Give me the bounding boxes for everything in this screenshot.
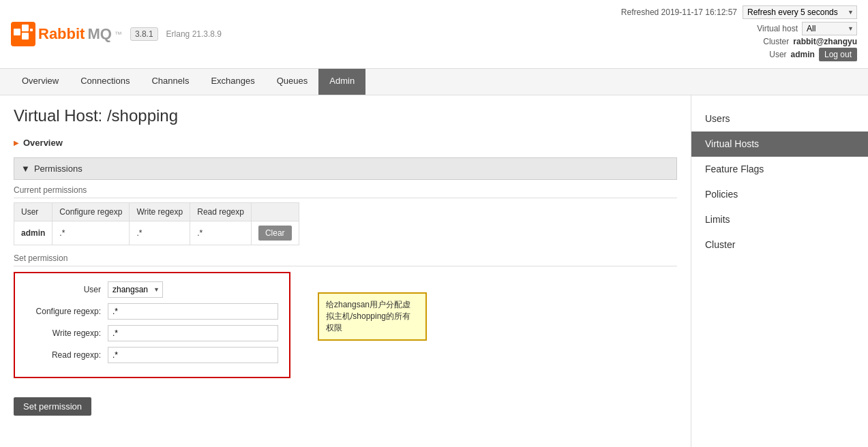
- logo-area: RabbitMQ™ 3.8.1 Erlang 21.3.8.9: [11, 22, 222, 46]
- col-configure: Configure regexp: [53, 203, 130, 221]
- logo-rabbit-text: Rabbit: [38, 25, 85, 43]
- logo: RabbitMQ™: [11, 22, 122, 46]
- form-write-label: Write regexp:: [26, 328, 108, 338]
- permissions-title: Permissions: [34, 164, 83, 174]
- nav: Overview Connections Channels Exchanges …: [0, 69, 868, 95]
- rabbitmq-logo-icon: [11, 22, 35, 46]
- cluster-label: Cluster: [763, 37, 789, 46]
- cell-write: .*: [130, 221, 190, 245]
- main: Virtual Host: /shopping ▶ Overview ▼ Per…: [0, 95, 868, 447]
- svg-rect-3: [22, 33, 29, 40]
- clear-button[interactable]: Clear: [258, 226, 292, 241]
- write-regexp-input[interactable]: [108, 325, 278, 341]
- page-title: Virtual Host: /shopping: [14, 106, 677, 125]
- logo-mq-text: MQ: [87, 25, 111, 43]
- tooltip-box: 给zhangsan用户分配虚拟主机/shopping的所有权限: [318, 292, 427, 341]
- sidebar-item-policies[interactable]: Policies: [691, 182, 868, 207]
- permissions-arrow-icon: ▼: [21, 164, 30, 174]
- sidebar-item-virtual-hosts[interactable]: Virtual Hosts: [691, 132, 868, 157]
- svg-rect-2: [22, 25, 29, 31]
- form-user-select-wrapper[interactable]: zhangsan admin: [108, 281, 163, 298]
- erlang-version: Erlang 21.3.8.9: [166, 29, 222, 39]
- content: Virtual Host: /shopping ▶ Overview ▼ Per…: [0, 95, 691, 447]
- logout-button[interactable]: Log out: [819, 48, 857, 61]
- svg-rect-4: [30, 29, 33, 31]
- cell-configure: .*: [53, 221, 130, 245]
- vhost-row: Virtual host All / /shopping: [621, 22, 857, 35]
- current-permissions-label: Current permissions: [14, 185, 677, 198]
- header: RabbitMQ™ 3.8.1 Erlang 21.3.8.9 Refreshe…: [0, 0, 868, 69]
- form-configure-label: Configure regexp:: [26, 307, 108, 316]
- cluster-row: Cluster rabbit@zhangyu: [621, 37, 857, 46]
- configure-regexp-input[interactable]: [108, 303, 278, 320]
- permissions-header[interactable]: ▼ Permissions: [14, 157, 677, 180]
- user-name: admin: [791, 50, 815, 59]
- nav-admin[interactable]: Admin: [318, 69, 365, 95]
- sidebar-item-cluster[interactable]: Cluster: [691, 232, 868, 258]
- form-user-row: User zhangsan admin: [26, 281, 278, 298]
- overview-section-header[interactable]: ▶ Overview: [14, 134, 677, 152]
- set-permission-label: Set permission: [14, 253, 677, 266]
- permissions-section: ▼ Permissions Current permissions User C…: [14, 157, 677, 416]
- svg-rect-1: [14, 29, 20, 35]
- col-write: Write regexp: [130, 203, 190, 221]
- col-read: Read regexp: [190, 203, 252, 221]
- nav-channels[interactable]: Channels: [140, 69, 200, 95]
- vhost-select-wrapper[interactable]: All / /shopping: [802, 22, 857, 35]
- user-label: User: [769, 50, 786, 59]
- nav-queues[interactable]: Queues: [266, 69, 319, 95]
- header-right: Refreshed 2019-11-17 16:12:57 Refresh ev…: [621, 5, 857, 63]
- permissions-table: User Configure regexp Write regexp Read …: [14, 202, 299, 245]
- form-write-row: Write regexp:: [26, 325, 278, 341]
- sidebar-item-feature-flags[interactable]: Feature Flags: [691, 157, 868, 182]
- form-read-row: Read regexp:: [26, 347, 278, 363]
- form-read-label: Read regexp:: [26, 350, 108, 360]
- sidebar: Users Virtual Hosts Feature Flags Polici…: [691, 95, 868, 447]
- user-row: User admin Log out: [621, 48, 857, 61]
- form-user-select[interactable]: zhangsan admin: [108, 281, 163, 298]
- refresh-row: Refreshed 2019-11-17 16:12:57 Refresh ev…: [621, 5, 857, 19]
- col-user: User: [14, 203, 53, 221]
- refresh-select[interactable]: Refresh every 5 seconds Refresh every 10…: [743, 5, 857, 19]
- overview-label: Overview: [23, 138, 63, 148]
- vhost-select[interactable]: All / /shopping: [802, 22, 857, 35]
- sidebar-item-users[interactable]: Users: [691, 106, 868, 132]
- vhost-label: Virtual host: [757, 24, 798, 33]
- overview-arrow-icon: ▶: [14, 139, 19, 147]
- nav-exchanges[interactable]: Exchanges: [200, 69, 265, 95]
- refreshed-text: Refreshed 2019-11-17 16:12:57: [621, 7, 737, 17]
- read-regexp-input[interactable]: [108, 347, 278, 363]
- sidebar-item-limits[interactable]: Limits: [691, 207, 868, 232]
- cell-clear: Clear: [251, 221, 299, 245]
- cell-user: admin: [14, 221, 53, 245]
- table-row: admin .* .* .* Clear: [14, 221, 299, 245]
- nav-connections[interactable]: Connections: [70, 69, 140, 95]
- permission-form: User zhangsan admin Configure regexp:: [14, 272, 290, 378]
- nav-overview[interactable]: Overview: [11, 69, 70, 95]
- refresh-select-wrapper[interactable]: Refresh every 5 seconds Refresh every 10…: [743, 5, 857, 19]
- cluster-name: rabbit@zhangyu: [793, 37, 857, 46]
- form-user-label: User: [26, 285, 108, 294]
- cell-read: .*: [190, 221, 252, 245]
- set-permission-button[interactable]: Set permission: [14, 397, 91, 416]
- version-badge: 3.8.1: [130, 27, 158, 41]
- form-configure-row: Configure regexp:: [26, 303, 278, 320]
- col-action: [251, 203, 299, 221]
